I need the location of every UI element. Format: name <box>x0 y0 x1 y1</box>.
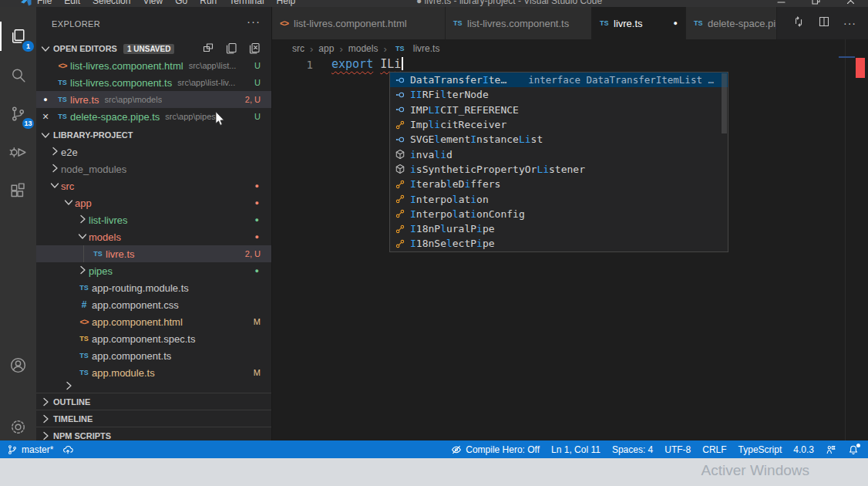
activity-settings-gear-icon[interactable] <box>0 408 36 445</box>
folder-name: list-livres <box>89 214 128 226</box>
suggest-item-datatransferite-[interactable]: DataTransferIte…interface DataTransferIt… <box>390 73 728 87</box>
tree-item-app.component.css[interactable]: #app.component.css <box>36 296 271 313</box>
activity-account-icon[interactable] <box>0 346 36 383</box>
code-line[interactable]: export ILi <box>331 57 403 71</box>
sidebar-more-actions-icon[interactable]: ··· <box>247 15 261 28</box>
tab-list-livres.component.ts[interactable]: TSlist-livres.component.ts <box>446 7 592 39</box>
suggest-item-i18npluralpipe[interactable]: I18nPluralPipe <box>390 221 728 236</box>
status-typescript[interactable]: TypeScript <box>738 444 782 455</box>
close-button[interactable] <box>833 0 868 7</box>
close-all-editors-icon[interactable] <box>248 42 261 56</box>
open-editor-livre.ts[interactable]: ●TSlivre.tssrc\app\models2, U <box>36 91 271 108</box>
menu-selection[interactable]: Selection <box>86 0 136 6</box>
tab-delete-space.pip[interactable]: TSdelete-space.pip <box>686 7 777 39</box>
chevron-down-icon <box>49 179 61 191</box>
suggest-item-iirfilternode[interactable]: IIRFilterNode <box>390 87 728 102</box>
explorer-sidebar: EXPLORER ··· OPEN EDITORS 1 UNSAVED <>li… <box>36 7 271 440</box>
breadcrumb-file[interactable]: livre.ts <box>413 43 440 54</box>
symbol-class-icon <box>395 120 405 130</box>
tab-list-livres.component.html[interactable]: <>list-livres.component.html <box>272 7 446 39</box>
tree-item-app.module.ts[interactable]: TSapp.module.tsM <box>36 364 271 381</box>
tree-item-pipes[interactable]: pipes● <box>36 262 271 279</box>
menu-go[interactable]: Go <box>169 0 193 6</box>
activity-run-debug-icon[interactable] <box>0 133 36 170</box>
suggest-item-interpolation[interactable]: Interpolation <box>390 191 728 206</box>
split-editor-icon[interactable] <box>818 15 830 31</box>
menu-edit[interactable]: Edit <box>58 0 86 6</box>
tree-item-partial[interactable] <box>36 381 271 393</box>
status-spaces-4[interactable]: Spaces: 4 <box>612 444 653 455</box>
tree-item-app[interactable]: app● <box>36 194 271 211</box>
activity-bar: 113 <box>0 7 36 440</box>
menu-terminal[interactable]: Terminal <box>223 0 270 6</box>
html-file-icon: <> <box>55 61 70 70</box>
suggest-item-svgelementinstancelist[interactable]: SVGElementInstanceList <box>390 132 728 147</box>
close-icon[interactable]: ✕ <box>36 112 55 122</box>
status-compile-hero-off[interactable]: Compile Hero: Off <box>451 444 540 455</box>
open-editor-list-livres.component.ts[interactable]: TSlist-livres.component.tssrc\app\list-l… <box>36 74 271 91</box>
suggest-item-i18nselectpipe[interactable]: I18nSelectPipe <box>390 236 728 251</box>
file-name: livre.ts <box>106 248 135 260</box>
status-master-[interactable]: master* <box>7 444 53 455</box>
project-root-header[interactable]: LIBRARY-PROJECT <box>36 127 271 143</box>
activity-files-icon[interactable]: 1 <box>0 18 36 55</box>
status-notifications-bell-icon[interactable] <box>848 444 859 455</box>
tree-item-app-routing.module.ts[interactable]: TSapp-routing.module.ts <box>36 279 271 296</box>
status-utf-8[interactable]: UTF-8 <box>664 444 691 455</box>
section-npm-scripts[interactable]: NPM SCRIPTS <box>36 427 271 440</box>
menu-help[interactable]: Help <box>271 0 302 6</box>
tree-item-e2e[interactable]: e2e <box>36 143 271 160</box>
section-outline[interactable]: OUTLINE <box>36 393 271 410</box>
tree-item-app.component.ts[interactable]: TSapp.component.ts <box>36 347 271 364</box>
suggest-item-issyntheticpropertyorlistener[interactable]: isSyntheticPropertyOrListener <box>390 162 728 177</box>
suggest-item-invalid[interactable]: invalid <box>390 147 728 161</box>
tab-livre.ts[interactable]: TSlivre.ts● <box>592 7 686 39</box>
menu-file[interactable]: File <box>31 0 58 6</box>
git-status-badge: 2, U <box>245 249 271 258</box>
status-ln-1-col-11[interactable]: Ln 1, Col 11 <box>551 444 601 455</box>
symbol-class-icon <box>395 179 405 190</box>
tree-item-livre.ts[interactable]: TSlivre.ts2, U <box>36 245 271 262</box>
suggest-item-implicit-reference[interactable]: IMPLICIT_REFERENCE <box>390 103 728 117</box>
menu-view[interactable]: View <box>136 0 169 6</box>
more-actions-icon[interactable]: ··· <box>843 17 856 29</box>
file-path: src\app\list... <box>189 61 237 70</box>
open-changes-icon[interactable] <box>792 15 805 31</box>
chevron-right-icon <box>76 213 89 228</box>
file-name: list-livres.component.html <box>70 60 183 72</box>
status-feedback-icon[interactable] <box>826 444 836 455</box>
section-timeline[interactable]: TIMELINE <box>36 410 271 427</box>
tree-item-app.component.html[interactable]: <>app.component.htmlM <box>36 313 271 330</box>
activity-source-control-icon[interactable]: 13 <box>0 95 36 132</box>
open-editor-delete-space.pipe.ts[interactable]: ✕TSdelete-space.pipe.tssrc\app\pipesU <box>36 108 271 125</box>
suggest-scrollbar[interactable] <box>722 73 727 133</box>
tree-item-list-livres[interactable]: list-livres● <box>36 211 271 228</box>
file-name: app-routing.module.ts <box>92 282 189 294</box>
sidebar-divider[interactable] <box>271 7 272 440</box>
open-editors-header[interactable]: OPEN EDITORS 1 UNSAVED <box>36 40 271 57</box>
breadcrumb-src[interactable]: src <box>292 43 304 54</box>
tree-item-src[interactable]: src● <box>36 177 271 194</box>
restore-button[interactable] <box>799 0 833 7</box>
chevron-right-icon <box>49 162 61 174</box>
breadcrumb-app[interactable]: app <box>318 43 334 54</box>
status-cloud-upload-icon[interactable] <box>62 444 73 455</box>
suggest-item-interpolationconfig[interactable]: InterpolationConfig <box>390 207 728 221</box>
status-crlf[interactable]: CRLF <box>702 444 726 455</box>
breadcrumb-models[interactable]: models <box>348 43 378 54</box>
status-4.0.3[interactable]: 4.0.3 <box>793 444 814 455</box>
activity-search-icon[interactable] <box>0 56 36 93</box>
symbol-class-icon <box>395 224 405 235</box>
tree-item-node-modules[interactable]: node_modules <box>36 160 271 177</box>
tree-item-app.component.spec.ts[interactable]: TSapp.component.spec.ts <box>36 330 271 347</box>
tree-item-models[interactable]: models● <box>36 228 271 245</box>
suggest-item-iterablediffers[interactable]: IterableDiffers <box>390 177 728 191</box>
save-all-icon[interactable] <box>225 42 237 56</box>
css-file-icon: # <box>76 299 92 310</box>
minimize-button[interactable] <box>764 0 799 7</box>
editor-layout-icon[interactable] <box>202 42 214 56</box>
suggest-item-implicitreceiver[interactable]: ImplicitReceiver <box>390 117 728 132</box>
open-editor-list-livres.component.html[interactable]: <>list-livres.component.htmlsrc\app\list… <box>36 57 271 74</box>
menu-run[interactable]: Run <box>193 0 223 6</box>
activity-extensions-icon[interactable] <box>0 172 36 209</box>
